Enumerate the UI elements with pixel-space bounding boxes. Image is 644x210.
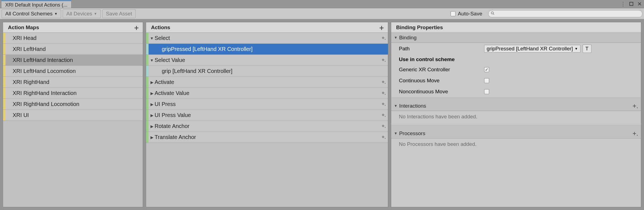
expand-toggle-icon[interactable]: ▶ [149,80,155,84]
scheme-row: Generic XR Controller ✓ [391,64,641,75]
path-dropdown[interactable]: gripPressed [LeftHand XR Controller] ▼ [484,45,580,53]
color-bar [146,55,149,66]
asset-tab[interactable]: XRI Default Input Actions (... [1,0,72,8]
action-map-label: XRI UI [13,112,29,118]
expand-toggle-icon[interactable]: ▶ [149,113,155,118]
interactions-empty-text: No Interactions have been added. [391,111,641,125]
action-label: Activate [155,79,380,85]
scheme-checkbox[interactable]: ✓ [484,67,489,72]
chevron-down-icon: ▼ [54,12,57,16]
expand-toggle-icon[interactable]: ▶ [149,124,155,129]
action-label: UI Press Value [155,112,380,118]
action-maps-list: XRI Head XRI LeftHand XRI LeftHand Inter… [3,33,143,207]
color-bar [146,66,149,77]
binding-item[interactable]: gripPressed [LeftHand XR Controller] [146,44,388,55]
chevron-down-icon: ▼ [94,12,97,16]
add-interaction-button[interactable]: +. [632,102,638,110]
color-bar [146,132,149,143]
expand-toggle-icon[interactable]: ▼ [149,58,155,62]
action-map-item[interactable]: XRI LeftHand Interaction [3,55,143,66]
scheme-row: Noncontinuous Move [391,86,641,97]
save-asset-label: Save Asset [106,11,132,17]
search-field[interactable] [488,10,642,17]
scheme-label: Noncontinuous Move [399,89,484,95]
t-button-label: T [585,46,588,52]
action-map-item[interactable]: XRI LeftHand Locomotion [3,66,143,77]
scheme-label: Continuous Move [399,78,484,84]
action-map-label: XRI RightHand Interaction [13,90,76,96]
action-item[interactable]: ▶ Activate Value +. [146,88,388,99]
autosave-label: Auto-Save [458,11,482,17]
action-item[interactable]: ▼ Select +. [146,33,388,44]
color-bar [146,88,149,99]
add-binding-button[interactable]: +. [380,90,388,96]
binding-section-header[interactable]: ▼ Binding [391,33,641,43]
autosave-checkbox[interactable] [451,11,456,16]
svg-point-3 [491,12,494,14]
panels-row: Action Maps ＋ XRI Head XRI LeftHand XRI … [0,19,644,210]
action-label: UI Press [155,101,380,107]
action-map-label: XRI RightHand [13,79,49,85]
action-map-label: XRI LeftHand [13,46,46,52]
action-maps-panel: Action Maps ＋ XRI Head XRI LeftHand XRI … [3,22,143,207]
chevron-down-icon: ▼ [394,36,398,40]
color-bar [146,110,149,121]
processors-section-header[interactable]: ▼ Processors +. [391,129,641,138]
add-action-button[interactable]: ＋ [378,24,385,31]
expand-toggle-icon[interactable]: ▶ [149,135,155,140]
binding-properties-body: ▼ Binding Path gripPressed [LeftHand XR … [391,33,641,207]
processors-title: Processors [399,130,425,137]
color-bar [146,77,149,88]
scheme-label: Generic XR Controller [399,67,484,73]
use-scheme-label: Use in control scheme [399,56,455,62]
action-item[interactable]: ▶ Translate Anchor +. [146,132,388,143]
action-item[interactable]: ▶ Activate +. [146,77,388,88]
actions-tree: ▼ Select +. gripPressed [LeftHand XR Con… [146,33,388,207]
action-map-item[interactable]: XRI Head [3,33,143,44]
autosave-toggle[interactable]: Auto-Save [451,11,482,17]
add-action-map-button[interactable]: ＋ [133,24,140,31]
maximize-icon[interactable] [629,1,634,7]
action-map-item[interactable]: XRI LeftHand [3,44,143,55]
expand-toggle-icon[interactable]: ▶ [149,91,155,96]
add-binding-button[interactable]: +. [380,101,388,107]
binding-label: gripPressed [LeftHand XR Controller] [162,46,388,52]
expand-toggle-icon[interactable]: ▼ [149,36,155,40]
kebab-menu-icon[interactable]: ⋮ [620,1,626,7]
actions-title: Actions [151,24,170,31]
action-map-item[interactable]: XRI RightHand Locomotion [3,99,143,110]
action-item[interactable]: ▼ Select Value +. [146,55,388,66]
add-binding-button[interactable]: +. [380,57,388,63]
action-label: Activate Value [155,90,380,96]
action-label: Select [155,35,380,41]
add-binding-button[interactable]: +. [380,123,388,129]
add-processor-button[interactable]: +. [632,130,638,137]
svg-rect-0 [630,2,633,6]
add-binding-button[interactable]: +. [380,79,388,85]
binding-section-label: Binding [399,35,416,41]
path-text-toggle-button[interactable]: T [583,45,591,53]
action-maps-header: Action Maps ＋ [3,22,143,33]
control-schemes-dropdown[interactable]: All Control Schemes ▼ [2,9,61,18]
color-bar [146,99,149,110]
action-map-item[interactable]: XRI RightHand Interaction [3,88,143,99]
expand-toggle-icon[interactable]: ▶ [149,102,155,107]
binding-item[interactable]: grip [LeftHand XR Controller] [146,66,388,77]
interactions-title: Interactions [399,103,426,109]
add-binding-button[interactable]: +. [380,35,388,41]
action-item[interactable]: ▶ Rotate Anchor +. [146,121,388,132]
add-binding-button[interactable]: +. [380,134,388,140]
action-map-item[interactable]: XRI RightHand [3,77,143,88]
action-item[interactable]: ▶ UI Press +. [146,99,388,110]
scheme-checkbox[interactable] [484,78,489,83]
devices-dropdown[interactable]: All Devices ▼ [63,9,101,18]
interactions-section-header[interactable]: ▼ Interactions +. [391,101,641,111]
action-map-item[interactable]: XRI UI [3,110,143,121]
scheme-checkbox[interactable] [484,89,489,94]
save-asset-button[interactable]: Save Asset [102,9,136,18]
close-icon[interactable] [637,1,642,7]
action-item[interactable]: ▶ UI Press Value +. [146,110,388,121]
add-binding-button[interactable]: +. [380,112,388,118]
binding-properties-title: Binding Properties [396,24,443,31]
search-input[interactable] [496,11,640,17]
